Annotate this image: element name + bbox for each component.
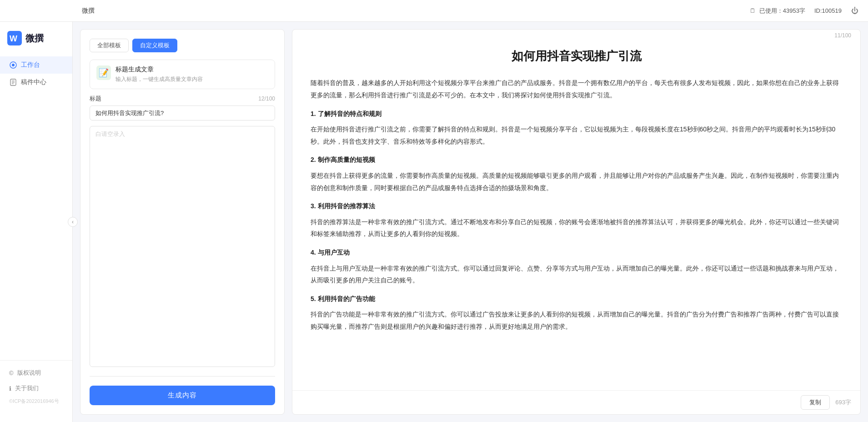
template-card[interactable]: 📝 标题生成文章 输入标题，一键生成高质量文章内容: [90, 60, 275, 89]
sidebar-item-drafts-label: 稿件中心: [21, 78, 46, 86]
tab-all-templates[interactable]: 全部模板: [90, 39, 129, 52]
sidebar-item-copyright-label: 版权说明: [17, 369, 41, 377]
copy-button[interactable]: 复制: [801, 395, 830, 410]
title-count: 12/100: [258, 95, 275, 102]
topbar-usage: 🗒 已使用：43953字: [749, 7, 805, 15]
template-desc: 输入标题，一键生成高质量文章内容: [115, 75, 203, 83]
sidebar-logo: W 微撰: [0, 31, 72, 56]
logo-text: 微撰: [25, 32, 44, 45]
left-panel: 全部模板 自定义模板 📝 标题生成文章 输入标题，一键生成高质量文章内容 标题 …: [80, 29, 285, 415]
sidebar-item-drafts[interactable]: 稿件中心: [0, 74, 72, 91]
main-layout: W 微撰 工作台: [0, 22, 868, 422]
article-paragraph-2: 要想在抖音上获得更多的流量，你需要制作高质量的短视频。高质量的短视频能够吸引更多…: [311, 170, 842, 194]
usage-icon: 🗒: [749, 7, 757, 15]
topbar: 微撰 🗒 已使用：43953字 ID:100519 ⏻: [0, 0, 868, 22]
content-form-section: [90, 126, 275, 367]
template-title: 标题生成文章: [115, 65, 203, 74]
sidebar-item-copyright[interactable]: © 版权说明: [0, 365, 72, 381]
article-paragraph-1: 在开始使用抖音进行推广引流之前，你需要了解抖音的特点和规则。抖音是一个短视频分享…: [311, 123, 842, 147]
generate-button[interactable]: 生成内容: [90, 386, 275, 405]
article-paragraph-3: 抖音的推荐算法是一种非常有效的推广引流方式。通过不断地发布和分享自己的短视频，你…: [311, 216, 842, 240]
article-heading-2: 2. 制作高质量的短视频: [311, 154, 842, 166]
copyright-icon: ©: [9, 370, 14, 377]
sidebar-item-about[interactable]: ℹ 关于我们: [0, 381, 72, 396]
about-icon: ℹ: [9, 385, 11, 392]
right-panel: 11/100 如何用抖音实现推广引流 随着抖音的普及，越来越多的人开始利用这个短…: [292, 29, 861, 415]
article-content[interactable]: 如何用抖音实现推广引流 随着抖音的普及，越来越多的人开始利用这个短视频分享平台来…: [292, 39, 860, 390]
word-count: 693字: [835, 398, 851, 407]
template-card-icon: 📝: [96, 65, 111, 80]
svg-text:W: W: [10, 34, 17, 43]
sidebar-copyright: ©ICP备2022016946号: [0, 396, 72, 408]
logo-icon: W: [7, 31, 22, 45]
sidebar-item-workbench[interactable]: 工作台: [0, 56, 72, 74]
svg-point-3: [12, 64, 15, 66]
usage-label: 已使用：43953字: [759, 7, 805, 15]
article-paragraph-4: 在抖音上与用户互动是一种非常有效的推广引流方式。你可以通过回复评论、点赞、分享等…: [311, 262, 842, 286]
topbar-id: ID:100519: [814, 7, 842, 14]
sidebar-nav: 工作台 稿件中心: [0, 56, 72, 360]
article-paragraph-0: 随着抖音的普及，越来越多的人开始利用这个短视频分享平台来推广自己的产品或服务。抖…: [311, 77, 842, 101]
topbar-title: 微撰: [82, 7, 95, 15]
article-heading-3: 3. 利用抖音的推荐算法: [311, 200, 842, 212]
template-info: 标题生成文章 输入标题，一键生成高质量文章内容: [115, 65, 203, 83]
sidebar-item-workbench-label: 工作台: [21, 61, 40, 69]
title-form-section: 标题 12/100: [90, 95, 275, 121]
title-input[interactable]: [90, 106, 275, 121]
article-body: 随着抖音的普及，越来越多的人开始利用这个短视频分享平台来推广自己的产品或服务。抖…: [311, 77, 842, 332]
sidebar-collapse-button[interactable]: ‹: [68, 217, 78, 227]
tab-custom-templates[interactable]: 自定义模板: [132, 39, 177, 52]
topbar-right: 🗒 已使用：43953字 ID:100519 ⏻: [749, 7, 859, 15]
title-label: 标题: [90, 95, 101, 103]
power-button[interactable]: ⏻: [851, 7, 859, 15]
template-tabs: 全部模板 自定义模板: [90, 39, 275, 52]
content-textarea[interactable]: [90, 126, 275, 367]
article-heading-1: 1. 了解抖音的特点和规则: [311, 108, 842, 120]
drafts-icon: [9, 78, 17, 86]
panel-divider: [90, 376, 275, 377]
workbench-icon: [9, 61, 17, 69]
page-counter: 11/100: [292, 30, 860, 39]
article-heading-5: 5. 利用抖音的广告功能: [311, 293, 842, 305]
title-label-row: 标题 12/100: [90, 95, 275, 103]
right-panel-footer: 复制 693字: [292, 390, 860, 414]
article-heading-4: 4. 与用户互动: [311, 246, 842, 259]
content-area: 全部模板 自定义模板 📝 标题生成文章 输入标题，一键生成高质量文章内容 标题 …: [73, 22, 868, 422]
article-paragraph-5: 抖音的广告功能是一种非常有效的推广引流方式。你可以通过广告投放来让更多的人看到你…: [311, 308, 842, 332]
article-title: 如何用抖音实现推广引流: [311, 48, 842, 64]
sidebar-footer: © 版权说明 ℹ 关于我们 ©ICP备2022016946号: [0, 360, 72, 413]
sidebar-item-about-label: 关于我们: [15, 384, 39, 392]
sidebar: W 微撰 工作台: [0, 22, 73, 422]
